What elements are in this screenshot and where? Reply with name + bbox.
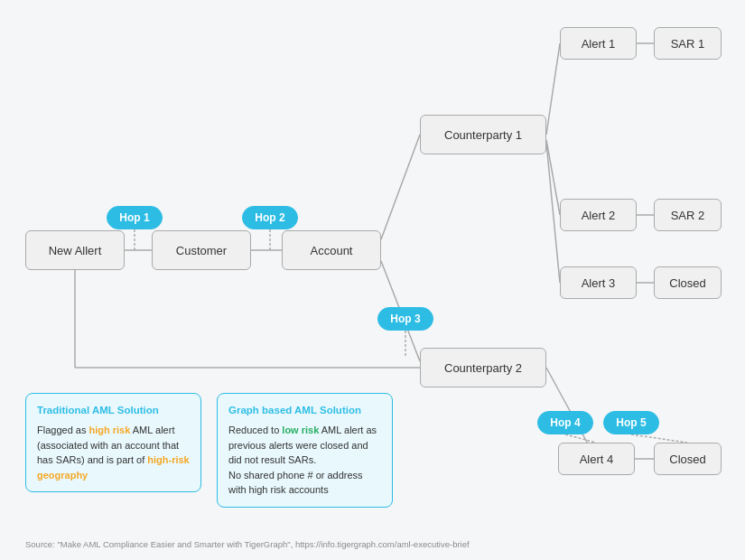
alert3-node[interactable]: Alert 3	[560, 266, 637, 299]
hop2-node[interactable]: Hop 2	[242, 206, 298, 229]
counterparty2-node[interactable]: Counterparty 2	[420, 348, 546, 387]
sar1-node[interactable]: SAR 1	[654, 27, 722, 60]
account-node[interactable]: Account	[282, 230, 381, 270]
high-risk-geography-text: high-risk geography	[37, 454, 190, 481]
svg-line-18	[631, 434, 687, 443]
diagram-container: New Allert Hop 1 Customer Hop 2 Account …	[0, 0, 745, 560]
hop1-node[interactable]: Hop 1	[107, 206, 163, 229]
graph-aml-title: Graph based AML Solution	[228, 403, 381, 418]
svg-line-2	[381, 135, 420, 239]
hop5-node[interactable]: Hop 5	[603, 411, 659, 434]
alert4-node[interactable]: Alert 4	[558, 443, 635, 475]
svg-line-8	[546, 143, 560, 283]
svg-line-6	[546, 43, 560, 135]
traditional-aml-box: Traditional AML Solution Flagged as high…	[25, 393, 201, 492]
counterparty1-node[interactable]: Counterparty 1	[420, 115, 546, 154]
svg-line-17	[565, 434, 596, 443]
new-alert-node[interactable]: New Allert	[25, 230, 125, 270]
graph-aml-text: Reduced to low risk AML alert as previou…	[228, 423, 381, 498]
alert2-node[interactable]: Alert 2	[560, 199, 637, 231]
sar2-node[interactable]: SAR 2	[654, 199, 722, 231]
traditional-aml-title: Traditional AML Solution	[37, 403, 190, 418]
low-risk-text: low risk	[282, 425, 319, 435]
svg-line-7	[546, 140, 560, 215]
source-text: Source: "Make AML Compliance Easier and …	[25, 539, 470, 549]
graph-aml-box: Graph based AML Solution Reduced to low …	[217, 393, 393, 508]
high-risk-text: high risk	[88, 425, 130, 435]
customer-node[interactable]: Customer	[152, 230, 251, 270]
closed1-node[interactable]: Closed	[654, 266, 722, 299]
hop3-node[interactable]: Hop 3	[377, 307, 433, 331]
hop4-node[interactable]: Hop 4	[537, 411, 593, 434]
closed2-node[interactable]: Closed	[654, 443, 722, 475]
alert1-node[interactable]: Alert 1	[560, 27, 637, 60]
traditional-aml-text: Flagged as high risk AML alert (associat…	[37, 423, 190, 482]
